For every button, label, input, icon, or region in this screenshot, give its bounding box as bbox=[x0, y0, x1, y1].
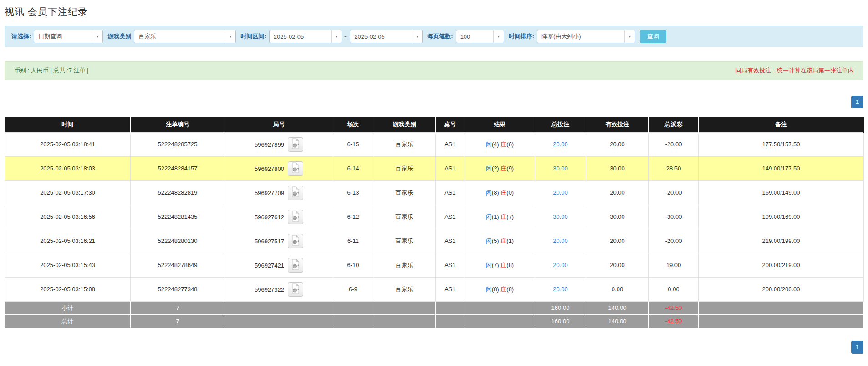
col-header-time: 时间 bbox=[5, 117, 131, 132]
video-replay-button[interactable] bbox=[288, 210, 303, 224]
cell-result: 闲(8) 庄(8) bbox=[465, 277, 535, 301]
bet-record-row: 2025-02-05 03:18:03522248284157596927800… bbox=[5, 156, 864, 180]
cell-table-no: AS1 bbox=[436, 156, 465, 180]
cell-remark: 177.50/157.50 bbox=[699, 132, 864, 156]
player-result-label: 闲 bbox=[486, 213, 492, 220]
banker-result-score: (0) bbox=[506, 189, 514, 196]
col-header-result: 结果 bbox=[465, 117, 535, 132]
video-replay-button[interactable] bbox=[288, 282, 303, 297]
player-result-label: 闲 bbox=[486, 165, 492, 172]
player-result-score: (5) bbox=[492, 237, 501, 244]
pagination-top: 1 bbox=[5, 96, 863, 108]
total-bet-link[interactable]: 30.00 bbox=[553, 213, 568, 220]
video-replay-button[interactable] bbox=[288, 137, 303, 152]
col-header-game-type: 游戏类别 bbox=[373, 117, 436, 132]
cell-payout: -30.00 bbox=[649, 205, 699, 229]
cell-payout: 19.00 bbox=[649, 253, 699, 277]
cell-payout: -20.00 bbox=[649, 229, 699, 253]
table-header-row: 时间 注单编号 局号 场次 游戏类别 桌号 结果 总投注 有效投注 总派彩 备注 bbox=[5, 117, 864, 132]
cell-game-type: 百家乐 bbox=[373, 277, 436, 301]
cell-session: 6-13 bbox=[333, 180, 373, 205]
query-type-select[interactable]: 日期查询 ▼ bbox=[34, 30, 103, 43]
total-bet-link[interactable]: 20.00 bbox=[553, 286, 568, 293]
per-page-select[interactable]: 100 ▼ bbox=[456, 30, 504, 43]
player-result-score: (1) bbox=[492, 213, 501, 220]
cell-game-type: 百家乐 bbox=[373, 180, 436, 205]
cell-result: 闲(2) 庄(9) bbox=[465, 156, 535, 180]
player-result-label: 闲 bbox=[486, 189, 492, 196]
cell-table-no: AS1 bbox=[436, 253, 465, 277]
subtotal-label: 小计 bbox=[5, 301, 131, 314]
cell-time: 2025-02-05 03:15:08 bbox=[5, 277, 131, 301]
date-from-select[interactable]: 2025-02-05 ▼ bbox=[269, 30, 342, 43]
cell-game-type: 百家乐 bbox=[373, 205, 436, 229]
cell-game-type: 百家乐 bbox=[373, 156, 436, 180]
video-file-icon bbox=[291, 138, 300, 150]
banker-result-label: 庄 bbox=[500, 237, 506, 244]
sort-label: 时间排序: bbox=[509, 32, 534, 41]
player-result-score: (7) bbox=[492, 262, 501, 268]
total-bet-link[interactable]: 20.00 bbox=[553, 189, 568, 196]
round-number: 596927899 bbox=[255, 141, 284, 148]
filter-panel: 请选择: 日期查询 ▼ 游戏类别 百家乐 ▼ 时间区间: 2025-02-05 … bbox=[5, 26, 863, 47]
summary-bar: 币别 : 人民币 | 总共 :7 注单 | 同局有效投注，统一计算在该局第一张注… bbox=[5, 61, 863, 80]
video-replay-button[interactable] bbox=[288, 234, 303, 248]
total-label: 总计 bbox=[5, 314, 131, 328]
col-header-table-no: 桌号 bbox=[436, 117, 465, 132]
total-total-bet: 160.00 bbox=[535, 314, 586, 328]
cell-remark: 200.00/200.00 bbox=[699, 277, 864, 301]
cell-total-bet: 20.00 bbox=[535, 253, 586, 277]
cell-result: 闲(8) 庄(0) bbox=[465, 180, 535, 205]
game-type-select[interactable]: 百家乐 ▼ bbox=[134, 30, 236, 43]
chevron-down-icon[interactable]: ▼ bbox=[92, 30, 102, 43]
cell-round: 596927421 bbox=[225, 253, 333, 277]
banker-result-label: 庄 bbox=[500, 262, 506, 268]
cell-remark: 169.00/149.00 bbox=[699, 180, 864, 205]
chevron-down-icon[interactable]: ▼ bbox=[493, 30, 504, 43]
video-file-icon bbox=[291, 259, 300, 271]
col-header-valid-bet: 有效投注 bbox=[586, 117, 649, 132]
cell-remark: 200.00/219.00 bbox=[699, 253, 864, 277]
banker-result-score: (7) bbox=[506, 213, 514, 220]
video-replay-button[interactable] bbox=[288, 186, 303, 200]
round-number: 596927709 bbox=[255, 189, 284, 196]
page-1-button[interactable]: 1 bbox=[851, 96, 863, 108]
select-type-label: 请选择: bbox=[11, 32, 31, 41]
video-replay-button[interactable] bbox=[288, 258, 303, 273]
chevron-down-icon[interactable]: ▼ bbox=[624, 30, 635, 43]
col-header-round: 局号 bbox=[225, 117, 333, 132]
cell-remark: 219.00/199.00 bbox=[699, 229, 864, 253]
video-replay-button[interactable] bbox=[288, 161, 303, 176]
chevron-down-icon[interactable]: ▼ bbox=[331, 30, 342, 43]
cell-table-no: AS1 bbox=[436, 180, 465, 205]
bet-record-row: 2025-02-05 03:15:43522248278649596927421… bbox=[5, 253, 864, 277]
cell-session: 6-15 bbox=[333, 132, 373, 156]
query-type-value: 日期查询 bbox=[34, 30, 92, 43]
total-payout: -42.50 bbox=[649, 314, 699, 328]
video-file-icon bbox=[291, 162, 300, 175]
chevron-down-icon[interactable]: ▼ bbox=[412, 30, 422, 43]
total-row: 总计 7 160.00 140.00 -42.50 bbox=[5, 314, 864, 328]
range-separator: ~ bbox=[344, 33, 348, 40]
sort-select[interactable]: 降幂(由大到小) ▼ bbox=[537, 30, 635, 43]
video-file-icon bbox=[291, 211, 300, 223]
cell-total-bet: 30.00 bbox=[535, 205, 586, 229]
chevron-down-icon[interactable]: ▼ bbox=[225, 30, 235, 43]
cell-time: 2025-02-05 03:18:41 bbox=[5, 132, 131, 156]
total-bet-link[interactable]: 20.00 bbox=[553, 262, 568, 268]
banker-result-score: (8) bbox=[506, 286, 514, 293]
page-1-button[interactable]: 1 bbox=[851, 341, 863, 354]
player-result-score: (2) bbox=[492, 165, 501, 172]
cell-result: 闲(5) 庄(1) bbox=[465, 229, 535, 253]
cell-total-bet: 20.00 bbox=[535, 229, 586, 253]
player-result-label: 闲 bbox=[486, 237, 492, 244]
total-bet-link[interactable]: 30.00 bbox=[553, 165, 568, 172]
search-button[interactable]: 查询 bbox=[640, 30, 666, 43]
total-bet-link[interactable]: 20.00 bbox=[553, 141, 568, 148]
game-type-value: 百家乐 bbox=[134, 30, 225, 43]
date-to-select[interactable]: 2025-02-05 ▼ bbox=[350, 30, 423, 43]
cell-session: 6-12 bbox=[333, 205, 373, 229]
round-number: 596927612 bbox=[255, 213, 284, 220]
player-result-score: (4) bbox=[492, 141, 501, 148]
total-bet-link[interactable]: 20.00 bbox=[553, 237, 568, 244]
